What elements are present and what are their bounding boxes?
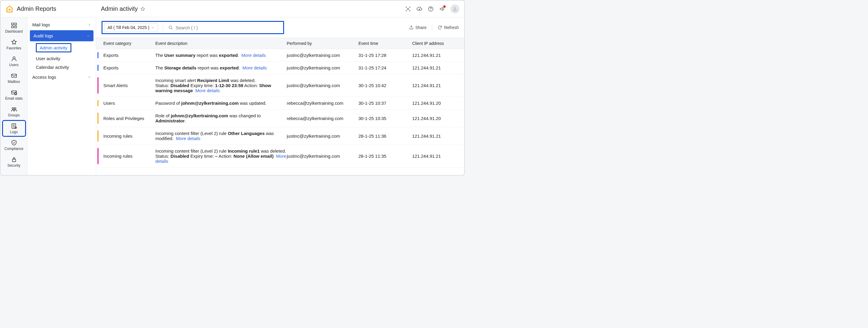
download-cloud-icon[interactable]: [416, 6, 422, 12]
sidebar-item-user[interactable]: User activity: [28, 54, 96, 63]
groups-icon: [11, 106, 17, 112]
notification-dot-icon: [443, 5, 446, 8]
chevron-icon: [86, 34, 90, 38]
col-header-category: Event category: [101, 41, 155, 46]
search-input[interactable]: [176, 25, 281, 30]
cell-description: Incoming smart alert Recipient Limit was…: [155, 78, 287, 93]
cell-performed-by: justinc@zylkertraining.com: [287, 154, 359, 159]
rail-item-groups[interactable]: Groups: [2, 104, 26, 120]
category-stripe: [97, 130, 99, 141]
category-stripe: [97, 52, 99, 58]
table-row[interactable]: Smart AlertsIncoming smart alert Recipie…: [96, 74, 464, 97]
rail-item-mailbox[interactable]: Mailbox: [2, 70, 26, 86]
svg-rect-8: [14, 26, 16, 28]
svg-rect-17: [12, 159, 16, 162]
sidebar-group-mail[interactable]: Mail logs: [28, 19, 96, 30]
page-title-wrap: Admin activity: [101, 5, 405, 12]
cell-client-ip: 121.244.91.21: [412, 53, 459, 58]
rail-label: Compliance: [4, 147, 23, 151]
sidebar-item-calendar[interactable]: Calendar activity: [28, 63, 96, 72]
cell-client-ip: 121.244.91.21: [412, 83, 459, 88]
table-row[interactable]: Incoming rulesIncoming content filter (L…: [96, 127, 464, 145]
logs-icon: [11, 123, 17, 129]
favorite-star-icon[interactable]: [140, 6, 146, 12]
cell-performed-by: rebecca@zylkertraining.com: [287, 116, 359, 121]
sidebar-item-label: User activity: [36, 56, 60, 61]
user-avatar[interactable]: [451, 4, 459, 13]
brand: Admin Reports: [5, 5, 101, 13]
col-header-client-ip: Client IP address: [412, 41, 459, 46]
filter-highlight: All ( Till Feb 04, 2025 ): [101, 21, 284, 34]
icon-rail: DashboardFavoritesUsersMailboxEmail stat…: [1, 17, 28, 175]
cell-performed-by: rebecca@zylkertraining.com: [287, 101, 359, 106]
dashboard-icon: [11, 22, 17, 29]
rail-item-security[interactable]: Security: [2, 154, 26, 170]
svg-point-13: [12, 108, 14, 110]
table-row[interactable]: ExportsThe User summary report was expor…: [96, 49, 464, 62]
cell-event-time: 28-1-25 11:36: [359, 134, 412, 139]
sidebar-item-admin[interactable]: Admin activity: [28, 41, 96, 54]
svg-rect-7: [11, 26, 13, 28]
time-range-dropdown[interactable]: All ( Till Feb 04, 2025 ): [104, 23, 158, 32]
cell-category: Incoming rules: [101, 154, 155, 159]
security-icon: [11, 156, 17, 163]
cell-description: The User summary report was exported. Mo…: [155, 53, 287, 58]
svg-point-1: [407, 8, 409, 9]
sidebar-group-label: Audit logs: [33, 33, 53, 38]
svg-rect-6: [14, 23, 16, 25]
rail-label: Security: [7, 163, 20, 168]
table-row[interactable]: Roles and PrivilegesRole of johnm@zylker…: [96, 110, 464, 127]
announce-icon[interactable]: [439, 6, 445, 12]
cell-performed-by: justinc@zylkertraining.com: [287, 134, 359, 139]
rail-item-emailstats[interactable]: Email stats: [2, 87, 26, 103]
more-details-link[interactable]: More details: [176, 136, 200, 141]
table-row[interactable]: UsersPassword of johnm@zylkertraining.co…: [96, 97, 464, 110]
cell-description: Incoming content filter (Level 2) rule O…: [155, 131, 287, 141]
help-icon[interactable]: [428, 6, 434, 12]
refresh-label: Refresh: [444, 25, 459, 30]
share-button[interactable]: Share: [409, 25, 427, 30]
cell-performed-by: justinc@zylkertraining.com: [287, 53, 359, 58]
cell-description: The Storage details report was exported.…: [155, 65, 287, 70]
svg-point-18: [169, 26, 172, 29]
rail-item-users[interactable]: Users: [2, 53, 26, 70]
chevron-icon: [88, 75, 91, 79]
cell-event-time: 30-1-25 10:37: [359, 101, 412, 106]
svg-point-14: [14, 108, 16, 110]
category-stripe: [97, 112, 99, 124]
sidebar-group-audit[interactable]: Audit logs: [30, 30, 93, 41]
more-details-link[interactable]: More details: [241, 53, 266, 58]
mailbox-icon: [11, 73, 17, 79]
search-icon: [168, 25, 173, 30]
rail-item-dashboard[interactable]: Dashboard: [2, 20, 26, 36]
rail-label: Groups: [8, 113, 20, 117]
scan-icon[interactable]: [405, 6, 411, 12]
more-details-link[interactable]: More details: [195, 88, 220, 93]
table-rows: ExportsThe User summary report was expor…: [96, 49, 464, 175]
table-row[interactable]: Incoming rulesIncoming content filter (L…: [96, 145, 464, 168]
cell-client-ip: 121.244.91.20: [412, 101, 459, 106]
rail-item-logs[interactable]: Logs: [2, 120, 26, 136]
rail-item-favorites[interactable]: Favorites: [2, 36, 26, 53]
favorites-icon: [11, 39, 17, 46]
table-row[interactable]: ExportsThe Storage details report was ex…: [96, 62, 464, 74]
svg-rect-11: [11, 91, 17, 94]
filterbar-right: Share Refresh: [409, 24, 459, 31]
refresh-button[interactable]: Refresh: [438, 25, 459, 30]
time-range-label: All ( Till Feb 04, 2025 ): [107, 25, 149, 30]
svg-point-0: [9, 8, 11, 10]
sidebar: Mail logsAudit logsAdmin activityUser ac…: [28, 17, 96, 175]
sidebar-item-label: Admin activity: [36, 43, 71, 52]
more-details-link[interactable]: More details: [243, 65, 267, 70]
chevron-icon: [88, 23, 91, 27]
cell-performed-by: justinc@zylkertraining.com: [287, 83, 359, 88]
cell-category: Users: [101, 101, 155, 106]
sidebar-group-access[interactable]: Access logs: [28, 72, 96, 83]
sidebar-group-label: Mail logs: [32, 22, 50, 27]
category-stripe: [97, 100, 99, 106]
users-icon: [11, 56, 17, 62]
rail-item-compliance[interactable]: Compliance: [2, 137, 26, 153]
cell-category: Smart Alerts: [101, 83, 155, 88]
cell-client-ip: 121.244.91.20: [412, 116, 459, 121]
cell-category: Roles and Privileges: [101, 116, 155, 121]
